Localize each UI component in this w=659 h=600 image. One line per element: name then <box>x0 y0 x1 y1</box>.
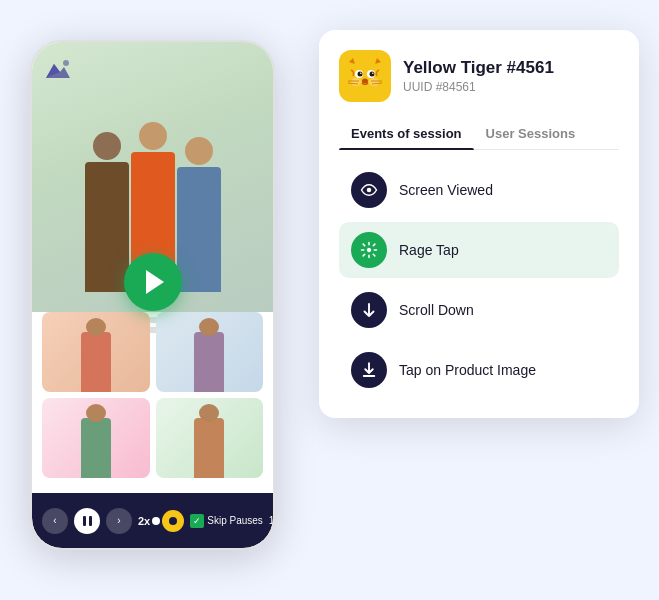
time-display: 1:38 / 3:06 <box>269 515 273 526</box>
tiger-avatar-svg <box>343 54 387 98</box>
event-rage-tap-label: Rage Tap <box>399 242 459 258</box>
scroll-icon <box>360 301 378 319</box>
event-scroll-down[interactable]: Scroll Down <box>339 282 619 338</box>
card-tabs: Events of session User Sessions <box>339 118 619 150</box>
svg-point-13 <box>358 72 363 77</box>
play-icon <box>146 270 164 294</box>
product-thumb-4[interactable] <box>156 398 264 478</box>
screen-viewed-icon <box>351 172 387 208</box>
card-header: Yellow Tiger #4561 UUID #84561 <box>339 50 619 102</box>
speed-label[interactable]: 2x <box>138 515 150 527</box>
checkmark-icon: ✓ <box>193 516 201 526</box>
card-uuid: UUID #84561 <box>403 80 554 94</box>
mini-figure-1 <box>81 332 111 392</box>
tap-product-icon <box>351 352 387 388</box>
product-thumb-3[interactable] <box>42 398 150 478</box>
phone-mockup: ‹ › 2x <box>30 40 275 550</box>
product-thumb-2[interactable] <box>156 312 264 392</box>
tab-events-of-session[interactable]: Events of session <box>339 118 474 149</box>
next-button[interactable]: › <box>106 508 132 534</box>
skip-pauses-checkbox[interactable]: ✓ <box>190 514 204 528</box>
event-scroll-down-label: Scroll Down <box>399 302 474 318</box>
pause-icon <box>83 516 92 526</box>
svg-point-9 <box>351 78 361 86</box>
svg-point-22 <box>367 188 372 193</box>
chevron-right-icon: › <box>117 515 120 526</box>
event-screen-viewed[interactable]: Screen Viewed <box>339 162 619 218</box>
tab-user-sessions[interactable]: User Sessions <box>474 118 588 149</box>
phone-screen: ‹ › 2x <box>32 42 273 548</box>
pause-button[interactable] <box>74 508 100 534</box>
download-icon <box>360 361 378 379</box>
play-button[interactable] <box>124 253 182 311</box>
prev-button[interactable]: ‹ <box>42 508 68 534</box>
event-tap-product-label: Tap on Product Image <box>399 362 536 378</box>
avatar <box>339 50 391 102</box>
scroll-down-icon <box>351 292 387 328</box>
playback-controls-bar: ‹ › 2x <box>32 493 273 548</box>
eye-pupil <box>169 517 177 525</box>
event-list: Screen Viewed Rage Tap Scroll Down <box>339 162 619 398</box>
skip-pauses-label: Skip Pauses <box>207 515 263 526</box>
product-thumb-1[interactable] <box>42 312 150 392</box>
svg-point-14 <box>370 72 375 77</box>
svg-point-10 <box>369 78 379 86</box>
mountain-icon <box>44 54 72 82</box>
card-title: Yellow Tiger #4561 <box>403 58 554 78</box>
tap-icon <box>360 241 378 259</box>
svg-point-8 <box>348 60 382 94</box>
figure-1 <box>85 132 129 292</box>
rage-tap-icon <box>351 232 387 268</box>
mini-figure-2 <box>194 332 224 392</box>
phone-topbar <box>44 54 261 82</box>
mini-figure-3 <box>81 418 111 478</box>
product-grid <box>42 312 263 478</box>
svg-point-15 <box>360 72 362 74</box>
event-rage-tap[interactable]: Rage Tap <box>339 222 619 278</box>
svg-point-16 <box>372 72 374 74</box>
eye-icon <box>162 510 184 532</box>
mini-figure-4 <box>194 418 224 478</box>
session-card: Yellow Tiger #4561 UUID #84561 Events of… <box>319 30 639 418</box>
svg-point-17 <box>362 79 368 84</box>
card-title-group: Yellow Tiger #4561 UUID #84561 <box>403 58 554 94</box>
scene: ‹ › 2x <box>0 0 659 600</box>
event-screen-viewed-label: Screen Viewed <box>399 182 493 198</box>
chevron-left-icon: ‹ <box>53 515 56 526</box>
figure-3 <box>177 137 221 292</box>
progress-thumb <box>152 517 160 525</box>
event-tap-product[interactable]: Tap on Product Image <box>339 342 619 398</box>
skip-pauses-control[interactable]: ✓ Skip Pauses <box>190 514 263 528</box>
eye-icon <box>360 181 378 199</box>
svg-point-2 <box>63 60 69 66</box>
